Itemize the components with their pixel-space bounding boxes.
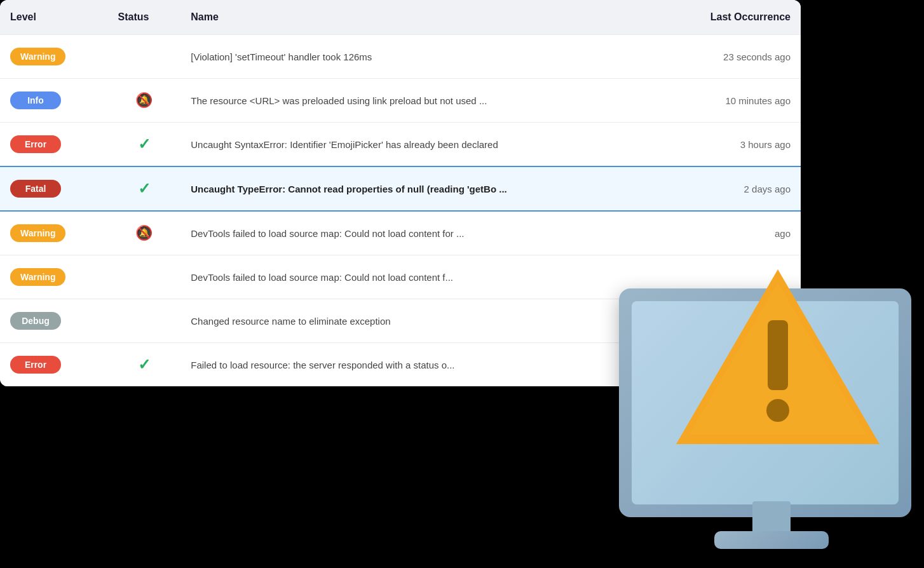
warning-triangle-container [670,263,886,454]
check-icon: ✓ [138,180,151,197]
cell-name: [Violation] 'setTimeout' handler took 12… [180,35,658,79]
warning-triangle-svg [670,263,886,454]
check-icon: ✓ [138,135,151,152]
cell-last-occurrence: 10 minutes ago [658,79,801,123]
cell-level: Error [0,343,108,387]
cell-status: ✓ [108,123,181,167]
level-badge: Error [10,135,61,153]
cell-name: The resource <URL> was preloaded using l… [180,79,658,123]
monitor-stand-base [714,531,829,549]
cell-status: ✓ [108,343,181,387]
level-badge: Error [10,356,61,374]
level-badge: Info [10,91,61,109]
check-icon: ✓ [138,356,151,373]
cell-last-occurrence: 23 seconds ago [658,35,801,79]
col-last-occurrence: Last Occurrence [658,0,801,35]
col-status: Status [108,0,181,35]
svg-point-3 [766,399,789,422]
level-badge: Warning [10,224,65,242]
cell-level: Debug [0,299,108,343]
cell-level: Error [0,123,108,167]
monitor-illustration [555,225,924,568]
level-badge: Warning [10,48,65,65]
cell-level: Warning [0,35,108,79]
table-row[interactable]: Warning[Violation] 'setTimeout' handler … [0,35,801,79]
col-level: Level [0,0,108,35]
cell-name: Uncaught TypeError: Cannot read properti… [180,166,658,211]
bell-muted-icon: 🔕 [135,225,153,241]
svg-rect-2 [768,320,788,390]
cell-status: 🔕 [108,211,181,255]
table-row[interactable]: Info🔕The resource <URL> was preloaded us… [0,79,801,123]
cell-level: Warning [0,211,108,255]
main-container: Level Status Name Last Occurrence Warnin… [0,0,924,568]
cell-status: ✓ [108,166,181,211]
bell-muted-icon: 🔕 [135,92,153,108]
col-name: Name [180,0,658,35]
level-badge: Warning [10,268,65,286]
level-badge: Debug [10,312,61,330]
cell-last-occurrence: 2 days ago [658,166,801,211]
cell-status: 🔕 [108,79,181,123]
table-header-row: Level Status Name Last Occurrence [0,0,801,35]
cell-level: Info [0,79,108,123]
cell-status [108,255,181,299]
cell-name: Uncaught SyntaxError: Identifier 'EmojiP… [180,123,658,167]
cell-level: Warning [0,255,108,299]
cell-status [108,35,181,79]
level-badge: Fatal [10,180,61,198]
cell-level: Fatal [0,166,108,211]
table-row[interactable]: Fatal✓Uncaught TypeError: Cannot read pr… [0,166,801,211]
table-row[interactable]: Error✓Uncaught SyntaxError: Identifier '… [0,123,801,167]
cell-last-occurrence: 3 hours ago [658,123,801,167]
cell-status [108,299,181,343]
